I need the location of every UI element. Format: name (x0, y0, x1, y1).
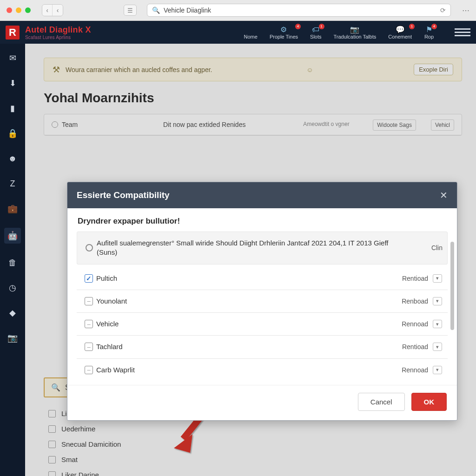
nav-forward-icon[interactable]: ‹ (53, 5, 63, 16)
chevron-down-icon[interactable]: ▾ (433, 274, 443, 283)
topnav-slots[interactable]: 🏷1Slots (310, 26, 321, 40)
address-bar[interactable]: 🔍 ⟳ (147, 4, 451, 17)
robot-icon[interactable]: 🤖 (4, 228, 21, 244)
download-icon[interactable]: ⬇ (7, 77, 19, 89)
close-icon[interactable]: ✕ (440, 190, 448, 201)
menu-icon[interactable] (455, 26, 470, 39)
address-input[interactable] (164, 7, 446, 14)
camera-icon: 📷 (350, 26, 360, 34)
left-rail: ✉ ⬇ ▮ 🔒 ☻ Z 💼 🤖 🗑 ◷ ◆ 📷 (0, 44, 25, 476)
nav-back-forward: ‹ ‹ (42, 4, 63, 16)
modal-row[interactable]: Pultich Rentioad ▾ (77, 267, 448, 290)
zoom-window-icon[interactable] (25, 7, 31, 13)
modal-body: Aufitell sualemegrenster° Small wiride S… (67, 231, 457, 385)
ok-button[interactable]: OK (411, 393, 447, 411)
close-window-icon[interactable] (7, 7, 12, 13)
app-header: R Autel Diaglink X Scafast Lures Aprlins… (0, 21, 476, 44)
chevron-down-icon[interactable]: ▾ (433, 366, 443, 374)
chevron-down-icon[interactable]: ▾ (433, 343, 443, 351)
mail-icon[interactable]: ✉ (7, 52, 19, 64)
modal-row[interactable]: Tachlard Rentioad ▾ (77, 336, 448, 358)
chat-icon: 💬 (395, 26, 405, 34)
checkbox-icon (81, 343, 96, 351)
checkbox-icon (81, 320, 96, 328)
main-content: ⚒ Woura carranier which an aucled coffes… (25, 44, 476, 476)
briefcase-icon[interactable]: 💼 (7, 203, 19, 215)
checkbox-icon (81, 297, 96, 305)
modal-row[interactable]: Vehicle Rennoad ▾ (77, 313, 448, 336)
camera2-icon[interactable]: 📷 (7, 332, 19, 344)
scrollbar-thumb[interactable] (450, 242, 454, 330)
app-brand: Autel Diaglink X Scafast Lures Aprlins (25, 25, 91, 40)
sidebar-toggle-icon[interactable]: ☰ (124, 5, 137, 16)
nav-back-icon[interactable]: ‹ (42, 5, 53, 16)
app-logo-icon[interactable]: R (6, 26, 20, 40)
reload-icon[interactable]: ⟳ (440, 7, 446, 14)
window-controls (7, 7, 31, 13)
modal-footer: Cancel OK (67, 385, 457, 420)
brand-title: Autel Diaglink X (25, 25, 91, 35)
z-icon[interactable]: Z (7, 178, 19, 190)
modal-title: Essierte Compatibility (77, 190, 170, 200)
tag2-icon[interactable]: ◆ (7, 307, 19, 319)
checkbox-icon (81, 366, 96, 374)
topnav-comment[interactable]: 💬1Conement (388, 26, 412, 40)
modal-row[interactable]: Aufitell sualemegrenster° Small wiride S… (77, 231, 448, 264)
face-icon[interactable]: ☻ (7, 152, 19, 165)
browser-toolbar: ‹ ‹ ☰ 🔍 ⟳ ⋯ (0, 0, 476, 21)
clock-icon[interactable]: ◷ (7, 282, 19, 294)
home-icon (245, 26, 256, 34)
compatibility-modal: Essierte Compatibility ✕ Dryndrer expape… (67, 182, 457, 421)
brand-subtitle: Scafast Lures Aprlins (25, 35, 91, 40)
topnav-people[interactable]: ⚙4Prople Tines (270, 26, 298, 40)
lock-icon[interactable]: 🔒 (7, 127, 19, 139)
topnav-home[interactable]: Nome (244, 26, 258, 40)
search-icon: 🔍 (152, 7, 160, 14)
topnav-rop[interactable]: ⚑4Rop (424, 26, 434, 40)
topnav-tabs[interactable]: 📷Tradulcation Talbts (334, 26, 377, 40)
top-navigation: Nome ⚙4Prople Tines 🏷1Slots 📷Tradulcatio… (244, 26, 470, 40)
trash-icon[interactable]: 🗑 (7, 257, 19, 269)
checkbox-icon (81, 274, 96, 283)
radio-icon (82, 244, 97, 251)
modal-row[interactable]: Carb Waprlit Rennoad ▾ (77, 359, 448, 381)
overflow-menu-icon[interactable]: ⋯ (462, 6, 469, 15)
cancel-button[interactable]: Cancel (358, 393, 405, 411)
user-icon[interactable]: ▮ (7, 102, 19, 114)
scrollbar[interactable] (450, 236, 455, 380)
modal-subtitle: Dryndrer expaper bullutior! (67, 208, 457, 231)
modal-row[interactable]: Younolant Renboad ▾ (77, 290, 448, 313)
gear-icon: ⚙ (278, 26, 289, 34)
minimize-window-icon[interactable] (16, 7, 21, 13)
chevron-down-icon[interactable]: ▾ (433, 320, 443, 328)
modal-header: Essierte Compatibility ✕ (67, 182, 457, 208)
chevron-down-icon[interactable]: ▾ (433, 297, 443, 305)
